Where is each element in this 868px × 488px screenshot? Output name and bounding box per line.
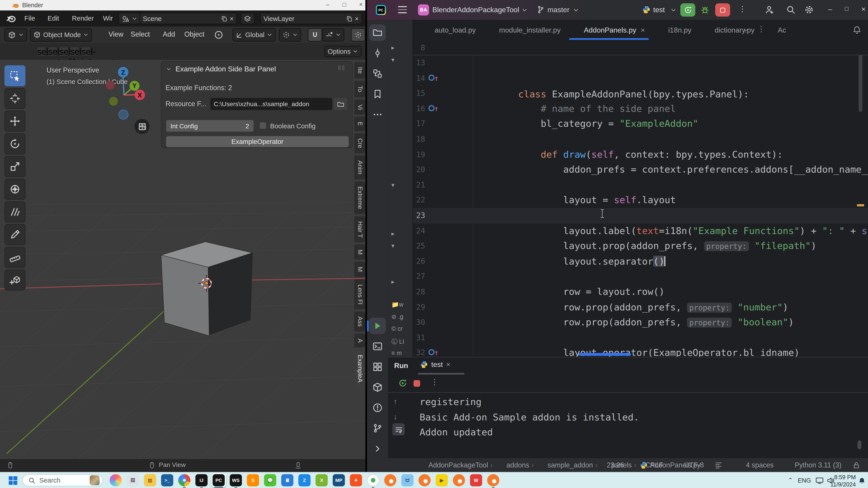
select-mode-button[interactable]: sel-extend bbox=[48, 46, 58, 57]
code-editor[interactable]: 8 class ExampleAddonPanel(bpy.types.Pane… bbox=[413, 40, 868, 357]
code-line[interactable]: 21 layout.label(text=i18n("Example Funct… bbox=[413, 177, 868, 193]
tool-window-button[interactable] bbox=[369, 65, 385, 82]
pivot-dropdown[interactable] bbox=[279, 28, 301, 41]
statusbar-widget[interactable]: UTF-8 bbox=[674, 461, 704, 469]
taskbar-app-icon[interactable] bbox=[486, 473, 500, 488]
gizmo-y-negative[interactable] bbox=[109, 97, 118, 106]
breadcrumb-item[interactable]: sample_addon › bbox=[537, 461, 597, 469]
taskbar-app-icon[interactable]: >_ bbox=[160, 473, 175, 488]
project-tree-item[interactable]: ▸ bbox=[391, 44, 395, 52]
stop-button[interactable] bbox=[715, 3, 730, 17]
statusbar-widget[interactable]: 4 spaces bbox=[736, 461, 774, 469]
sidebar-tab[interactable]: M bbox=[354, 245, 365, 260]
stop-icon[interactable] bbox=[413, 380, 420, 387]
code-line[interactable]: 24 bbox=[413, 223, 868, 238]
debug-bug-icon[interactable] bbox=[700, 5, 710, 14]
minimize-button[interactable]: – bbox=[828, 5, 832, 13]
run-config-selector[interactable]: test bbox=[653, 5, 665, 14]
statusbar-widget[interactable] bbox=[852, 461, 862, 469]
rerun-button[interactable] bbox=[680, 3, 695, 17]
code-line[interactable]: 19 layout = self.layout bbox=[413, 147, 868, 162]
run-options-kebab-icon[interactable]: ⋮ bbox=[431, 377, 438, 386]
project-name-button[interactable]: BlenderAddonPackageTool bbox=[432, 5, 519, 14]
blender-close-button[interactable]: × bbox=[357, 1, 365, 8]
select-mode-button[interactable]: sel-new bbox=[37, 46, 46, 57]
tray-chevron-up-icon[interactable]: ⌃ bbox=[788, 477, 793, 483]
taskbar-app-icon[interactable] bbox=[177, 473, 192, 488]
tool-window-button[interactable] bbox=[369, 45, 385, 61]
rerun-icon[interactable] bbox=[398, 379, 408, 388]
menu-window[interactable]: Wir bbox=[103, 14, 113, 22]
taskbar-app-icon[interactable]: ᗢ bbox=[400, 473, 415, 488]
statusbar-widget[interactable]: CRLF bbox=[635, 461, 663, 469]
run-tab[interactable]: test × bbox=[420, 360, 451, 368]
code-line[interactable]: 16 def draw(self, context: bpy.types.Con… bbox=[413, 101, 868, 117]
code-line[interactable]: 23 layout.separator() bbox=[413, 208, 868, 223]
viewport-tool-button[interactable] bbox=[4, 156, 26, 177]
proportional-edit-icon[interactable] bbox=[214, 30, 223, 40]
project-tree-item[interactable]: ▾ bbox=[391, 57, 395, 64]
chevron-down-icon[interactable] bbox=[573, 7, 579, 13]
taskbar-app-icon[interactable]: W bbox=[469, 473, 483, 488]
unlink-scene-icon[interactable]: × bbox=[230, 15, 234, 22]
viewport-tool-button[interactable] bbox=[4, 269, 26, 291]
settings-gear-icon[interactable] bbox=[804, 5, 814, 14]
scene-name-field[interactable]: Scene × bbox=[140, 13, 237, 24]
code-line[interactable]: 27 row.prop(addon_prefs, property: "bool… bbox=[413, 269, 868, 285]
menu-object[interactable]: Object bbox=[184, 31, 205, 38]
browse-folder-button[interactable] bbox=[334, 98, 347, 110]
viewport-nav-button[interactable] bbox=[134, 119, 149, 134]
hidden-tabs-chevron-icon[interactable] bbox=[743, 27, 749, 33]
project-tree-item[interactable]: ⊘ .g bbox=[391, 313, 403, 320]
clock[interactable]: 8:59 PM 11/9/2024 bbox=[829, 474, 856, 487]
project-tree-item[interactable]: Ⓛ LI bbox=[391, 337, 404, 346]
search-icon[interactable] bbox=[786, 5, 796, 14]
language-indicator[interactable]: ENG bbox=[798, 477, 811, 484]
taskbar-app-icon[interactable]: X bbox=[314, 473, 329, 488]
notification-bell-icon[interactable] bbox=[858, 477, 866, 485]
project-tree-item[interactable]: © cr bbox=[391, 325, 403, 332]
gizmo-y-axis[interactable]: Y bbox=[129, 81, 140, 91]
code-line[interactable]: 18 bbox=[413, 132, 868, 147]
orientation-dropdown[interactable]: Global bbox=[232, 28, 276, 41]
editor-tab[interactable]: AddonPanels.py × bbox=[567, 20, 651, 40]
sidebar-tab[interactable]: E bbox=[354, 117, 365, 131]
unlink-viewlayer-icon[interactable]: × bbox=[355, 15, 359, 22]
taskbar-app-icon[interactable] bbox=[366, 473, 380, 488]
scroll-up-icon[interactable]: ↑ bbox=[394, 397, 397, 405]
gizmo-z-negative[interactable] bbox=[119, 109, 128, 120]
viewport-tool-button[interactable] bbox=[4, 224, 26, 245]
code-line[interactable]: 26 row.prop(addon_prefs, property: "numb… bbox=[413, 254, 868, 269]
viewport-tool-button[interactable] bbox=[4, 133, 26, 154]
statusbar-widget[interactable] bbox=[715, 461, 725, 469]
gizmo-x-axis[interactable]: X bbox=[134, 90, 145, 100]
branch-name-button[interactable]: master bbox=[548, 5, 569, 14]
viewport-tool-button[interactable] bbox=[4, 111, 26, 132]
menu-edit[interactable]: Edit bbox=[48, 14, 59, 22]
sidebar-tab[interactable]: Hair T bbox=[354, 216, 365, 242]
run-console[interactable]: registeringBasic Add-on Sample addon is … bbox=[420, 394, 639, 440]
main-menu-button[interactable] bbox=[398, 6, 407, 13]
network-icon[interactable] bbox=[815, 477, 824, 485]
taskbar-app-icon[interactable]: WS bbox=[228, 473, 243, 488]
soft-wrap-toggle[interactable] bbox=[393, 423, 405, 435]
override-gutter-icon[interactable] bbox=[429, 349, 435, 355]
editor-type-button[interactable] bbox=[4, 28, 27, 41]
taskbar-app-icon[interactable]: PC bbox=[212, 473, 226, 488]
taskbar-app-icon[interactable]: 💬 bbox=[263, 473, 277, 488]
code-line[interactable]: 32 def poll(cls, context: bpy.types.Cont… bbox=[413, 346, 868, 357]
chevron-down-icon[interactable] bbox=[671, 7, 677, 13]
blender-minimize-button[interactable]: – bbox=[324, 1, 332, 8]
tool-window-button[interactable] bbox=[369, 86, 385, 102]
gizmo-x-negative[interactable] bbox=[106, 81, 115, 90]
menu-view[interactable]: View bbox=[108, 31, 123, 38]
sidebar-tab[interactable]: Lens Fl bbox=[354, 279, 365, 309]
taskbar-app-icon[interactable]: ✦ bbox=[349, 473, 363, 488]
close-run-tab-icon[interactable]: × bbox=[446, 360, 451, 368]
splitter-drag-handle[interactable] bbox=[579, 353, 631, 356]
tool-window-button[interactable] bbox=[369, 106, 385, 123]
viewport-tool-button[interactable] bbox=[4, 65, 26, 86]
warning-stripe-mark[interactable] bbox=[857, 204, 864, 206]
close-button[interactable]: × bbox=[862, 5, 866, 13]
select-mode-button[interactable]: sel-intersect bbox=[81, 46, 91, 57]
